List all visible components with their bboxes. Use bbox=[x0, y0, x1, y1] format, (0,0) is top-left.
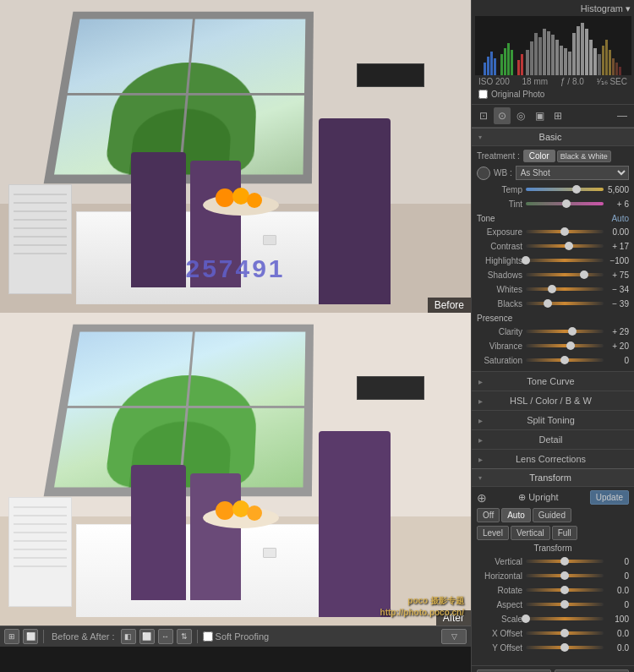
level-btn[interactable]: Level bbox=[477, 526, 509, 540]
right-panel: Histogram ▾ bbox=[471, 0, 634, 672]
full-btn[interactable]: Full bbox=[552, 526, 577, 540]
saturation-slider[interactable] bbox=[526, 358, 604, 362]
hsl-section[interactable]: ▸ HSL / Color / B & W bbox=[472, 391, 634, 410]
gradient-tool[interactable]: ▣ bbox=[531, 107, 548, 124]
vertical-btn[interactable]: Vertical bbox=[511, 526, 550, 540]
svg-rect-29 bbox=[605, 40, 608, 75]
settings-icon[interactable]: — bbox=[614, 107, 631, 124]
rotate-slider[interactable] bbox=[526, 588, 604, 592]
bw-btn[interactable]: Black & White bbox=[557, 150, 611, 162]
basic-section-header[interactable]: ▾ Basic bbox=[472, 128, 634, 146]
shutter-info: ¹⁄₁₆ SEC bbox=[597, 77, 627, 86]
treatment-label: Treatment : bbox=[477, 151, 520, 161]
exposure-value: 0.00 bbox=[604, 227, 629, 237]
tone-auto[interactable]: Auto bbox=[611, 214, 629, 223]
redeye-tool[interactable]: ◎ bbox=[512, 107, 529, 124]
detail-section[interactable]: ▸ Detail bbox=[472, 429, 634, 449]
wb-eyedropper[interactable] bbox=[477, 167, 490, 180]
photo-after: After poco 摄影专题http://photo.poco.cn/ bbox=[0, 313, 471, 626]
color-btn[interactable]: Color bbox=[523, 150, 555, 162]
svg-rect-13 bbox=[538, 37, 542, 75]
brush-tool[interactable]: ⊞ bbox=[549, 107, 566, 124]
vibrance-slider[interactable] bbox=[526, 344, 604, 347]
saturation-label: Saturation bbox=[477, 356, 526, 365]
off-btn[interactable]: Off bbox=[477, 508, 500, 522]
before-label: Before bbox=[428, 298, 471, 313]
auto-btn[interactable]: Auto bbox=[501, 508, 531, 522]
whites-slider[interactable] bbox=[526, 287, 604, 291]
svg-rect-28 bbox=[602, 46, 604, 75]
contrast-row: Contrast + 17 bbox=[477, 239, 629, 253]
before-after-btn-4[interactable]: ⇅ bbox=[177, 629, 192, 644]
svg-rect-23 bbox=[581, 23, 584, 75]
horizontal-label: Horizontal bbox=[477, 571, 526, 581]
wb-label: WB : bbox=[494, 168, 512, 178]
crop-tool[interactable]: ⊡ bbox=[475, 107, 492, 124]
upright-icon: ⊕ bbox=[477, 491, 487, 505]
split-toning-section[interactable]: ▸ Split Toning bbox=[472, 410, 634, 429]
vertical-row: Vertical 0 bbox=[477, 555, 629, 568]
exposure-slider[interactable] bbox=[526, 230, 604, 233]
svg-rect-8 bbox=[517, 60, 520, 75]
temp-value: 5,600 bbox=[604, 185, 629, 194]
shadows-slider[interactable] bbox=[526, 273, 604, 276]
svg-rect-15 bbox=[547, 31, 550, 75]
soft-proofing-row[interactable]: Soft Proofing bbox=[203, 631, 270, 642]
tone-subsection-header: Tone Auto bbox=[477, 214, 629, 223]
svg-rect-1 bbox=[487, 57, 489, 75]
grid-view-btn[interactable]: ⊞ bbox=[4, 629, 19, 644]
wb-select[interactable]: As Shot Auto Daylight Custom bbox=[516, 166, 629, 180]
original-photo-checkbox[interactable] bbox=[478, 90, 488, 99]
soft-proofing-checkbox[interactable] bbox=[203, 631, 213, 642]
heal-tool[interactable]: ⊙ bbox=[494, 107, 511, 124]
temp-label: Temp bbox=[477, 185, 526, 194]
svg-rect-32 bbox=[615, 63, 618, 75]
temp-slider[interactable] bbox=[526, 188, 604, 191]
update-btn[interactable]: Update bbox=[590, 490, 629, 505]
loupe-view-btn[interactable]: ⬜ bbox=[23, 629, 38, 644]
aspect-slider[interactable] bbox=[526, 603, 604, 606]
exposure-row: Exposure 0.00 bbox=[477, 225, 629, 238]
y-offset-slider[interactable] bbox=[526, 646, 604, 649]
horizontal-slider[interactable] bbox=[526, 574, 604, 577]
histogram-canvas bbox=[475, 16, 631, 75]
tone-curve-label: Tone Curve bbox=[527, 376, 574, 386]
clarity-slider[interactable] bbox=[526, 330, 604, 333]
blacks-slider[interactable] bbox=[526, 302, 604, 305]
vertical-value: 0 bbox=[604, 557, 629, 566]
lens-corrections-section[interactable]: ▸ Lens Corrections bbox=[472, 449, 634, 468]
wb-row: WB : As Shot Auto Daylight Custom bbox=[477, 166, 629, 180]
vertical-slider[interactable] bbox=[526, 560, 604, 563]
shadows-value: + 75 bbox=[604, 270, 629, 280]
before-after-btn-2[interactable]: ⬜ bbox=[139, 629, 155, 644]
highlights-slider[interactable] bbox=[526, 259, 604, 262]
transform-section-header[interactable]: ▾ Transform bbox=[472, 468, 634, 487]
scale-row: Scale 100 bbox=[477, 612, 629, 626]
whites-row: Whites − 34 bbox=[477, 282, 629, 296]
whites-value: − 34 bbox=[604, 285, 629, 294]
contrast-slider[interactable] bbox=[526, 244, 604, 248]
tint-slider[interactable] bbox=[526, 202, 604, 205]
contrast-label: Contrast bbox=[477, 242, 526, 251]
svg-rect-14 bbox=[543, 29, 546, 75]
highlights-row: Highlights −100 bbox=[477, 254, 629, 267]
horizontal-value: 0 bbox=[604, 571, 629, 581]
before-after-btn-1[interactable]: ◧ bbox=[121, 629, 136, 644]
svg-rect-33 bbox=[619, 67, 621, 75]
svg-rect-21 bbox=[572, 33, 576, 75]
transform-section-label: Transform bbox=[529, 473, 571, 483]
before-after-btn-3[interactable]: ↔ bbox=[158, 629, 173, 644]
poco-watermark: poco 摄影专题http://photo.poco.cn/ bbox=[380, 595, 464, 619]
scale-slider[interactable] bbox=[526, 617, 604, 620]
svg-rect-12 bbox=[534, 33, 538, 75]
x-offset-slider[interactable] bbox=[526, 631, 604, 635]
zoom-btn[interactable]: ▽ bbox=[441, 629, 467, 644]
presence-label: Presence bbox=[477, 314, 512, 323]
hsl-label: HSL / Color / B & W bbox=[510, 396, 592, 406]
tone-curve-section[interactable]: ▸ Tone Curve bbox=[472, 371, 634, 391]
blacks-value: − 39 bbox=[604, 299, 629, 309]
basic-content: Treatment : Color Black & White WB : As … bbox=[472, 146, 634, 371]
guided-btn[interactable]: Guided bbox=[533, 508, 571, 522]
tint-value: + 6 bbox=[604, 199, 629, 209]
upright-buttons-2: Level Vertical Full bbox=[477, 526, 629, 540]
